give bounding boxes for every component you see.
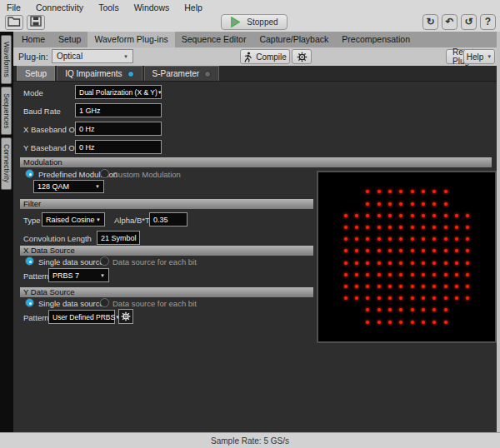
constellation-point bbox=[455, 249, 458, 252]
compile-button[interactable]: Compile bbox=[240, 49, 290, 64]
y-single-data-source-radio[interactable] bbox=[25, 298, 34, 307]
baud-rate-input[interactable]: 1 GHz bbox=[75, 103, 162, 117]
tab-setup[interactable]: Setup bbox=[52, 32, 88, 47]
constellation-point bbox=[455, 261, 458, 265]
x-single-data-source-radio[interactable] bbox=[25, 256, 34, 266]
constellation-point bbox=[444, 190, 448, 193]
constellation-point bbox=[422, 202, 425, 206]
menu-connectivity[interactable]: Connectivity bbox=[36, 2, 83, 12]
x-pattern-label: Pattern bbox=[23, 271, 49, 281]
x-pattern-value: PRBS 7 bbox=[52, 271, 79, 280]
tab-capture-playback[interactable]: Capture/Playback bbox=[252, 32, 335, 47]
run-state-button[interactable]: Stopped bbox=[221, 14, 288, 30]
tab-iq-impairments[interactable]: IQ Impairments bbox=[57, 66, 142, 81]
menu-tools[interactable]: Tools bbox=[98, 2, 119, 12]
constellation-point bbox=[388, 321, 392, 324]
refresh-icon[interactable]: ↺ bbox=[461, 14, 477, 30]
y-baseband-offset-input[interactable]: 0 Hz bbox=[75, 140, 162, 154]
x-pattern-select[interactable]: PRBS 7 ▼ bbox=[48, 268, 109, 282]
y-pattern-settings-button[interactable] bbox=[118, 309, 133, 324]
run-state-label: Stopped bbox=[247, 17, 278, 27]
constellation-point bbox=[344, 249, 348, 252]
constellation-point bbox=[466, 226, 469, 229]
x-data-source-section-header: X Data Source bbox=[20, 246, 313, 256]
help-button-label: Help bbox=[467, 52, 484, 62]
constellation-point bbox=[388, 214, 392, 217]
constellation-point bbox=[444, 237, 448, 241]
constellation-point bbox=[432, 296, 436, 300]
restore-session-icon[interactable]: ↻ bbox=[422, 14, 438, 30]
constellation-point bbox=[378, 249, 381, 252]
plugin-content: Setup IQ Impairments S-Parameter Mode Du… bbox=[13, 66, 500, 432]
constellation-point bbox=[399, 261, 402, 265]
constellation-point bbox=[388, 226, 392, 229]
constellation-point bbox=[432, 237, 436, 241]
constellation-point bbox=[378, 308, 381, 311]
constellation-point bbox=[378, 237, 381, 241]
menu-windows[interactable]: Windows bbox=[134, 2, 170, 12]
y-data-source-each-bit-radio[interactable] bbox=[100, 298, 109, 307]
constellation-point bbox=[422, 285, 425, 288]
constellation-point bbox=[399, 321, 402, 324]
tab-precompensation[interactable]: Precompensation bbox=[335, 32, 417, 47]
constellation-point bbox=[399, 273, 402, 276]
constellation-point bbox=[355, 214, 358, 217]
menu-file[interactable]: File bbox=[7, 2, 21, 12]
y-pattern-label: Pattern bbox=[23, 313, 49, 322]
tab-sequence-editor[interactable]: Sequence Editor bbox=[175, 32, 253, 47]
undo-icon[interactable]: ↶ bbox=[442, 14, 458, 30]
tab-home[interactable]: Home bbox=[15, 32, 52, 47]
constellation-point bbox=[422, 226, 425, 229]
x-baseband-offset-value: 0 Hz bbox=[79, 125, 95, 133]
constellation-point bbox=[444, 214, 448, 217]
constellation-point bbox=[399, 285, 402, 288]
sidebar-item-connectivity[interactable]: Connectivity bbox=[1, 137, 12, 189]
predefined-modulation-radio[interactable] bbox=[25, 169, 34, 178]
mode-select[interactable]: Dual Polarization (X & Y) ▼ bbox=[75, 85, 162, 99]
custom-modulation-radio[interactable] bbox=[100, 169, 109, 178]
tab-plugin-setup[interactable]: Setup bbox=[17, 66, 55, 81]
constellation-point bbox=[388, 308, 392, 311]
constellation-point bbox=[411, 214, 414, 217]
constellation-point bbox=[366, 308, 369, 311]
constellation-point bbox=[366, 202, 369, 206]
y-pattern-select[interactable]: User Defined PRBS ▼ bbox=[48, 310, 115, 324]
chevron-down-icon: ▼ bbox=[158, 90, 162, 95]
tab-s-parameter[interactable]: S-Parameter bbox=[144, 66, 220, 81]
save-file-button[interactable] bbox=[27, 15, 45, 30]
help-button[interactable]: Help ▼ bbox=[463, 49, 495, 64]
constellation-point bbox=[432, 226, 436, 229]
chevron-down-icon: ▼ bbox=[123, 54, 128, 59]
sample-rate-text: Sample Rate: 5 GS/s bbox=[211, 436, 289, 446]
plugin-select[interactable]: Optical ▼ bbox=[52, 49, 133, 63]
menu-help[interactable]: Help bbox=[184, 2, 202, 12]
constellation-point bbox=[411, 296, 414, 300]
constellation-point bbox=[466, 237, 469, 241]
y-data-source-each-bit-label: Data source for each bit bbox=[112, 299, 197, 308]
alpha-bt-input[interactable]: 0.35 bbox=[149, 212, 188, 226]
plugin-label: Plug-in: bbox=[18, 52, 48, 62]
help-icon[interactable]: ? bbox=[480, 14, 496, 30]
y-pattern-value: User Defined PRBS bbox=[52, 313, 115, 321]
constellation-plot bbox=[318, 172, 495, 341]
constellation-point bbox=[378, 261, 381, 265]
tab-waveform-plugins[interactable]: Waveform Plug-ins bbox=[88, 32, 174, 47]
floppy-save-icon bbox=[30, 15, 42, 30]
constellation-point bbox=[366, 296, 369, 300]
sidebar-item-waveforms[interactable]: Waveforms bbox=[1, 35, 12, 84]
x-baseband-offset-input[interactable]: 0 Hz bbox=[75, 122, 162, 136]
constellation-point bbox=[422, 190, 425, 193]
constellation-point bbox=[411, 285, 414, 288]
compile-settings-button[interactable] bbox=[292, 49, 312, 64]
open-file-button[interactable] bbox=[5, 15, 23, 30]
constellation-point bbox=[432, 190, 436, 193]
sidebar-item-sequences[interactable]: Sequences bbox=[1, 87, 12, 136]
constellation-point bbox=[366, 237, 369, 241]
side-tab-strip: Waveforms Sequences Connectivity bbox=[0, 32, 13, 432]
constellation-point bbox=[344, 214, 348, 217]
filter-type-select[interactable]: Raised Cosine ▼ bbox=[42, 212, 105, 226]
tab-iq-impairments-label: IQ Impairments bbox=[65, 69, 122, 78]
convolution-length-input[interactable]: 21 Symbol bbox=[97, 231, 140, 245]
modulation-scheme-select[interactable]: 128 QAM ▼ bbox=[33, 180, 104, 193]
x-data-source-each-bit-radio[interactable] bbox=[100, 256, 109, 266]
